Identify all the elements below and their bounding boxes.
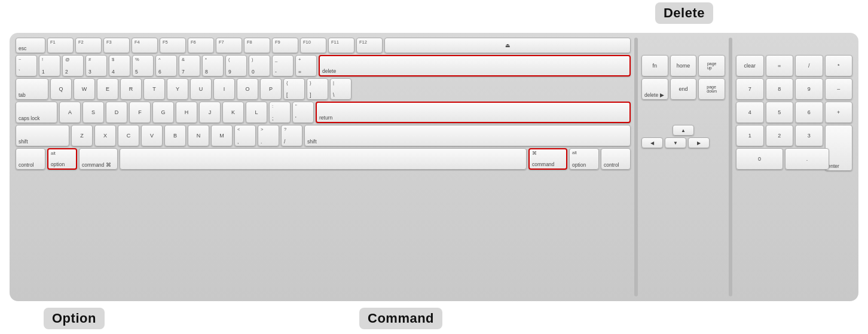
- numpad-fn-spacer: [736, 38, 852, 53]
- command-callout: Command: [359, 308, 442, 329]
- key-f8: F8: [244, 38, 270, 53]
- key-minus: _-: [272, 55, 294, 76]
- key-numpad-equals: =: [766, 55, 794, 76]
- zxcv-row: shift Z X C V B N M <, >. ?/ shift: [16, 125, 631, 146]
- keyboard-separator2: [729, 38, 732, 296]
- key-3: #3: [85, 55, 107, 76]
- key-c: C: [118, 125, 139, 146]
- key-tilde: ~`: [16, 55, 37, 76]
- keyboard-nav: fn home pageup delete ▶ end pagedown ▲ ◀…: [641, 38, 725, 296]
- key-eject: ⏏: [384, 38, 631, 53]
- keyboard-diagram: Delete Return Option Command esc F1 F2 F…: [7, 0, 861, 334]
- key-a: A: [59, 102, 81, 123]
- key-period: >.: [258, 125, 279, 146]
- key-numpad-5: 5: [766, 102, 794, 123]
- key-esc: esc: [16, 38, 45, 53]
- key-numpad-8: 8: [766, 78, 794, 100]
- key-numpad-clear: clear: [736, 55, 764, 76]
- option-callout: Option: [44, 308, 105, 329]
- keyboard-numpad: clear = / * 7 8 9 – 4 5 6 + 1 2: [736, 38, 852, 296]
- key-f12: F12: [356, 38, 383, 53]
- key-f6: F6: [188, 38, 214, 53]
- key-f10: F10: [300, 38, 326, 53]
- key-numpad-plus: +: [825, 102, 853, 123]
- key-semicolon: :;: [269, 102, 291, 123]
- key-f9: F9: [272, 38, 298, 53]
- key-o: O: [237, 78, 258, 100]
- numpad-row2: 7 8 9 –: [736, 78, 852, 100]
- key-m: M: [211, 125, 233, 146]
- key-comma: <,: [234, 125, 256, 146]
- numpad-row1: clear = / *: [736, 55, 852, 76]
- arrow-spacer2: [696, 125, 719, 136]
- key-numpad-4: 4: [736, 102, 764, 123]
- key-arrow-left: ◀: [641, 137, 663, 148]
- key-numpad-7: 7: [736, 78, 764, 100]
- key-pagedown: pagedown: [698, 78, 725, 100]
- key-tab: tab: [16, 78, 48, 100]
- key-arrow-down: ▼: [665, 137, 686, 148]
- key-h: H: [176, 102, 197, 123]
- key-y: Y: [167, 78, 188, 100]
- key-x: X: [94, 125, 116, 146]
- qwerty-row: tab Q W E R T Y U I O P {[ }] |\: [16, 78, 631, 100]
- key-5: %5: [132, 55, 154, 76]
- key-capslock: caps lock: [16, 102, 57, 123]
- key-numpad-star: *: [825, 55, 853, 76]
- key-f5: F5: [160, 38, 186, 53]
- key-numpad-slash: /: [795, 55, 823, 76]
- numpad-row3: 4 5 6 +: [736, 102, 852, 123]
- nav-fn-spacer: [641, 38, 725, 53]
- key-return: return: [316, 102, 631, 123]
- key-control-right: control: [601, 148, 631, 170]
- key-numpad-2: 2: [766, 125, 794, 146]
- key-command-left: command ⌘: [79, 148, 118, 170]
- key-f3: F3: [103, 38, 130, 53]
- key-p: P: [260, 78, 282, 100]
- key-forward-delete: delete ▶: [641, 78, 668, 100]
- nav-row3: [641, 102, 725, 123]
- key-space: [120, 148, 527, 170]
- key-v: V: [141, 125, 163, 146]
- bottom-row: control alt option command ⌘ ⌘ command a…: [16, 148, 631, 170]
- key-f7: F7: [216, 38, 242, 53]
- key-6: ^6: [155, 55, 177, 76]
- key-8: *8: [202, 55, 224, 76]
- arrow-row-up: ▲: [641, 125, 725, 136]
- key-7: &7: [179, 55, 200, 76]
- arrow-row-lr: ◀ ▼ ▶: [641, 137, 725, 148]
- key-pageup: pageup: [698, 55, 725, 76]
- key-9: (9: [225, 55, 247, 76]
- asdf-row: caps lock A S D F G H J K L :; "' return: [16, 102, 631, 123]
- command-label: Command: [368, 311, 434, 326]
- key-d: D: [106, 102, 127, 123]
- key-option-right: alt option: [569, 148, 599, 170]
- key-numpad-dot: .: [785, 148, 829, 170]
- key-q: Q: [50, 78, 72, 100]
- key-quote: "': [292, 102, 314, 123]
- key-control-left: control: [16, 148, 45, 170]
- key-slash: ?/: [281, 125, 302, 146]
- key-option-left: alt option: [47, 148, 77, 170]
- key-equals: +=: [295, 55, 317, 76]
- nav-row1: fn home pageup: [641, 55, 725, 76]
- key-t: T: [143, 78, 165, 100]
- key-k: K: [222, 102, 244, 123]
- key-shift-left: shift: [16, 125, 69, 146]
- arrow-spacer: [647, 125, 671, 136]
- key-e: E: [97, 78, 118, 100]
- key-b: B: [164, 125, 186, 146]
- key-numpad-0: 0: [736, 148, 783, 170]
- number-row: ~` !1 @2 #3 $4 %5 ^6 &7 *8 (9 )0 _- += d…: [16, 55, 631, 76]
- key-f: F: [129, 102, 151, 123]
- key-f11: F11: [328, 38, 354, 53]
- delete-label: Delete: [664, 5, 705, 20]
- key-f2: F2: [75, 38, 102, 53]
- numpad-row5: 0 .: [736, 148, 829, 170]
- nav-row2: delete ▶ end pagedown: [641, 78, 725, 100]
- delete-callout: Delete: [655, 2, 713, 24]
- key-shift-right: shift: [304, 125, 631, 146]
- key-arrow-up: ▲: [673, 125, 694, 136]
- key-g: G: [152, 102, 174, 123]
- key-rbracket: }]: [307, 78, 328, 100]
